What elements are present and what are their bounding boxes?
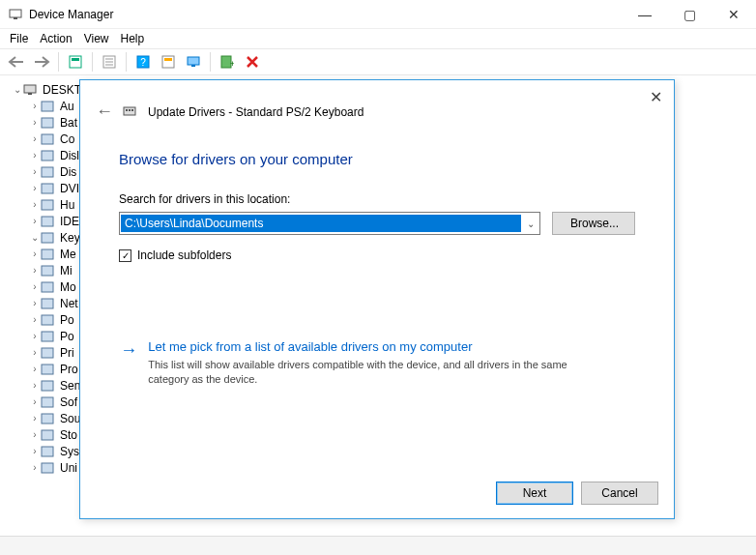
tree-item-label: Co (60, 132, 74, 146)
tree-item-label: Sou (60, 412, 80, 425)
expand-icon[interactable]: › (29, 413, 41, 424)
device-category-icon (41, 216, 56, 227)
show-hidden-icon[interactable] (65, 51, 86, 73)
expand-icon[interactable]: › (29, 281, 41, 292)
close-button[interactable]: ✕ (712, 0, 756, 29)
menu-file[interactable]: File (10, 32, 28, 45)
add-device-icon[interactable]: + (217, 51, 238, 73)
collapse-icon[interactable]: ⌄ (12, 84, 23, 95)
device-category-icon (41, 265, 56, 277)
scan-icon[interactable] (158, 51, 179, 73)
expand-icon[interactable]: › (29, 183, 41, 193)
expand-icon[interactable]: › (29, 166, 41, 177)
expand-icon[interactable]: ⌄ (29, 232, 41, 243)
expand-icon[interactable]: › (29, 314, 41, 325)
device-category-icon (41, 166, 56, 178)
update-driver-dialog: ✕ ← Update Drivers - Standard PS/2 Keybo… (79, 79, 675, 519)
expand-icon[interactable]: › (29, 347, 41, 358)
svg-rect-44 (131, 109, 133, 111)
svg-rect-33 (42, 348, 53, 358)
expand-icon[interactable]: › (29, 298, 41, 308)
expand-icon[interactable]: › (29, 462, 41, 473)
svg-rect-43 (129, 109, 131, 111)
device-category-icon (41, 364, 56, 375)
back-arrow-icon[interactable] (6, 51, 27, 73)
tree-item-label: Po (60, 330, 74, 343)
next-button[interactable]: Next (496, 482, 573, 505)
device-category-icon (41, 232, 56, 244)
include-subfolders-checkbox[interactable]: ✓ Include subfolders (119, 248, 635, 262)
svg-rect-3 (72, 58, 79, 61)
expand-icon[interactable]: › (29, 101, 41, 111)
svg-rect-13 (191, 65, 195, 67)
remove-icon[interactable] (242, 51, 263, 73)
expand-icon[interactable]: › (29, 265, 41, 276)
tree-item-label: Hu (60, 198, 74, 212)
pick-link-title: Let me pick from a list of available dri… (148, 339, 596, 354)
browse-button[interactable]: Browse... (552, 212, 635, 235)
device-category-icon (41, 446, 56, 457)
device-category-icon (41, 396, 56, 408)
tree-item-label: Bat (60, 116, 77, 130)
expand-icon[interactable]: › (29, 396, 41, 407)
svg-rect-39 (42, 447, 53, 456)
tree-item-label: Uni (60, 461, 77, 475)
svg-rect-30 (42, 299, 53, 308)
menu-action[interactable]: Action (40, 32, 72, 45)
tree-item-label: Pro (60, 363, 78, 376)
expand-icon[interactable]: › (29, 446, 41, 456)
menu-help[interactable]: Help (121, 32, 145, 45)
expand-icon[interactable]: › (29, 216, 41, 226)
svg-rect-12 (188, 57, 199, 65)
device-category-icon (41, 199, 56, 211)
monitor-icon[interactable] (183, 51, 204, 73)
svg-rect-27 (42, 249, 53, 259)
svg-rect-1 (14, 17, 17, 19)
pick-from-list-link[interactable]: → Let me pick from a list of available d… (119, 339, 635, 387)
menubar: File Action View Help (0, 29, 756, 48)
help-icon[interactable]: ? (132, 51, 154, 73)
include-subfolders-label: Include subfolders (137, 248, 231, 262)
svg-rect-28 (42, 266, 53, 276)
search-location-label: Search for drivers in this location: (119, 192, 635, 206)
arrow-right-icon: → (119, 341, 138, 387)
dialog-back-icon[interactable]: ← (96, 102, 113, 122)
expand-icon[interactable]: › (29, 380, 41, 391)
svg-rect-42 (126, 109, 128, 111)
tree-item-label: Sof (60, 395, 77, 409)
svg-rect-31 (42, 315, 53, 325)
path-combobox[interactable]: C:\Users\Linda\Documents ⌄ (119, 212, 540, 235)
svg-rect-40 (42, 463, 53, 473)
cancel-button[interactable]: Cancel (581, 482, 658, 505)
minimize-button[interactable]: — (623, 0, 667, 29)
forward-arrow-icon[interactable] (31, 51, 52, 73)
dialog-heading: Browse for drivers on your computer (119, 151, 635, 167)
tree-item-label: Net (60, 297, 78, 310)
properties-icon[interactable] (99, 51, 120, 73)
tree-item-label: Mi (60, 264, 73, 278)
expand-icon[interactable]: › (29, 133, 41, 144)
statusbar (0, 536, 756, 555)
svg-rect-18 (42, 102, 53, 111)
tree-item-label: Pri (60, 346, 74, 360)
dialog-close-icon[interactable]: ✕ (650, 88, 662, 106)
expand-icon[interactable]: › (29, 248, 41, 259)
svg-rect-2 (70, 56, 81, 68)
expand-icon[interactable]: › (29, 117, 41, 128)
device-category-icon (41, 331, 56, 342)
tree-item-label: DVI (60, 182, 79, 195)
device-category-icon (41, 298, 56, 309)
dialog-title: Update Drivers - Standard PS/2 Keyboard (148, 105, 363, 119)
maximize-button[interactable]: ▢ (667, 0, 712, 29)
tree-item-label: Po (60, 313, 74, 327)
svg-rect-29 (42, 282, 53, 292)
expand-icon[interactable]: › (29, 331, 41, 341)
dropdown-icon[interactable]: ⌄ (522, 219, 539, 229)
menu-view[interactable]: View (84, 32, 109, 45)
svg-rect-36 (42, 397, 53, 407)
expand-icon[interactable]: › (29, 429, 41, 440)
expand-icon[interactable]: › (29, 364, 41, 374)
expand-icon[interactable]: › (29, 150, 41, 161)
device-category-icon (41, 281, 56, 293)
expand-icon[interactable]: › (29, 199, 41, 210)
